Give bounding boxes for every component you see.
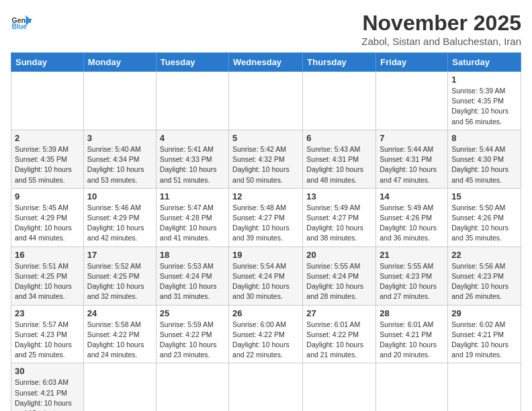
day-number: 16 — [15, 250, 80, 260]
month-title: November 2025 — [361, 11, 521, 36]
day-info: Sunrise: 5:55 AM Sunset: 4:24 PM Dayligh… — [306, 261, 372, 302]
calendar-cell — [229, 363, 303, 411]
calendar-cell: 9Sunrise: 5:45 AM Sunset: 4:29 PM Daylig… — [11, 188, 84, 246]
calendar-cell: 8Sunrise: 5:44 AM Sunset: 4:30 PM Daylig… — [448, 130, 521, 188]
svg-text:Blue: Blue — [12, 23, 28, 30]
day-info: Sunrise: 5:47 AM Sunset: 4:28 PM Dayligh… — [160, 203, 225, 244]
day-number: 11 — [160, 191, 225, 201]
calendar-cell: 7Sunrise: 5:44 AM Sunset: 4:31 PM Daylig… — [376, 130, 448, 188]
day-number: 3 — [87, 133, 152, 143]
day-number: 26 — [232, 308, 299, 318]
calendar-cell: 27Sunrise: 6:01 AM Sunset: 4:22 PM Dayli… — [303, 305, 376, 363]
day-info: Sunrise: 5:41 AM Sunset: 4:33 PM Dayligh… — [160, 144, 225, 185]
header-saturday: Saturday — [448, 53, 521, 72]
calendar-table: SundayMondayTuesdayWednesdayThursdayFrid… — [11, 52, 521, 411]
day-number: 29 — [451, 308, 517, 318]
calendar-cell — [156, 72, 228, 130]
calendar-cell — [376, 72, 448, 130]
calendar-cell: 29Sunrise: 6:02 AM Sunset: 4:21 PM Dayli… — [448, 305, 521, 363]
calendar-cell: 26Sunrise: 6:00 AM Sunset: 4:22 PM Dayli… — [229, 305, 303, 363]
day-number: 4 — [160, 133, 225, 143]
day-info: Sunrise: 5:48 AM Sunset: 4:27 PM Dayligh… — [232, 203, 299, 244]
calendar-cell — [11, 72, 84, 130]
day-info: Sunrise: 6:00 AM Sunset: 4:22 PM Dayligh… — [232, 320, 299, 361]
day-info: Sunrise: 6:03 AM Sunset: 4:21 PM Dayligh… — [15, 377, 80, 411]
day-info: Sunrise: 5:52 AM Sunset: 4:25 PM Dayligh… — [87, 261, 152, 302]
day-number: 10 — [87, 191, 152, 201]
day-info: Sunrise: 6:01 AM Sunset: 4:22 PM Dayligh… — [306, 320, 372, 361]
calendar-cell: 3Sunrise: 5:40 AM Sunset: 4:34 PM Daylig… — [83, 130, 156, 188]
calendar-cell — [83, 72, 156, 130]
day-number: 5 — [232, 133, 299, 143]
day-info: Sunrise: 5:49 AM Sunset: 4:27 PM Dayligh… — [306, 203, 372, 244]
title-section: November 2025 Zabol, Sistan and Baluches… — [361, 11, 521, 47]
day-info: Sunrise: 5:49 AM Sunset: 4:26 PM Dayligh… — [380, 203, 444, 244]
day-info: Sunrise: 5:58 AM Sunset: 4:22 PM Dayligh… — [87, 320, 152, 361]
day-number: 6 — [306, 133, 372, 143]
calendar-week-row: 16Sunrise: 5:51 AM Sunset: 4:25 PM Dayli… — [11, 246, 521, 305]
calendar-week-row: 9Sunrise: 5:45 AM Sunset: 4:29 PM Daylig… — [11, 188, 521, 246]
day-number: 13 — [306, 191, 372, 201]
calendar-header-row: SundayMondayTuesdayWednesdayThursdayFrid… — [11, 53, 521, 72]
calendar-cell — [448, 363, 521, 411]
day-number: 20 — [306, 250, 372, 260]
calendar-cell: 12Sunrise: 5:48 AM Sunset: 4:27 PM Dayli… — [229, 188, 303, 246]
logo-icon: General Blue — [11, 11, 32, 32]
day-number: 12 — [232, 191, 299, 201]
calendar-week-row: 2Sunrise: 5:39 AM Sunset: 4:35 PM Daylig… — [11, 130, 521, 188]
calendar-cell: 28Sunrise: 6:01 AM Sunset: 4:21 PM Dayli… — [376, 305, 448, 363]
day-number: 27 — [306, 308, 372, 318]
calendar-cell: 4Sunrise: 5:41 AM Sunset: 4:33 PM Daylig… — [156, 130, 228, 188]
calendar-cell: 19Sunrise: 5:54 AM Sunset: 4:24 PM Dayli… — [229, 246, 303, 305]
calendar-cell — [156, 363, 228, 411]
day-info: Sunrise: 5:44 AM Sunset: 4:30 PM Dayligh… — [451, 144, 517, 185]
day-number: 28 — [380, 308, 444, 318]
day-number: 14 — [380, 191, 444, 201]
calendar-cell: 2Sunrise: 5:39 AM Sunset: 4:35 PM Daylig… — [11, 130, 84, 188]
day-number: 15 — [451, 191, 517, 201]
calendar-cell: 30Sunrise: 6:03 AM Sunset: 4:21 PM Dayli… — [11, 363, 84, 411]
day-number: 19 — [232, 250, 299, 260]
day-info: Sunrise: 5:59 AM Sunset: 4:22 PM Dayligh… — [160, 320, 225, 361]
calendar-cell: 25Sunrise: 5:59 AM Sunset: 4:22 PM Dayli… — [156, 305, 228, 363]
day-info: Sunrise: 5:45 AM Sunset: 4:29 PM Dayligh… — [15, 203, 80, 244]
day-info: Sunrise: 6:01 AM Sunset: 4:21 PM Dayligh… — [380, 320, 444, 361]
day-number: 7 — [380, 133, 444, 143]
calendar-cell: 1Sunrise: 5:39 AM Sunset: 4:35 PM Daylig… — [448, 72, 521, 130]
calendar-cell: 11Sunrise: 5:47 AM Sunset: 4:28 PM Dayli… — [156, 188, 228, 246]
header-wednesday: Wednesday — [229, 53, 303, 72]
calendar-cell — [229, 72, 303, 130]
day-info: Sunrise: 5:51 AM Sunset: 4:25 PM Dayligh… — [15, 261, 80, 302]
calendar-week-row: 1Sunrise: 5:39 AM Sunset: 4:35 PM Daylig… — [11, 72, 521, 130]
calendar-cell — [376, 363, 448, 411]
day-info: Sunrise: 5:42 AM Sunset: 4:32 PM Dayligh… — [232, 144, 299, 185]
calendar-cell — [303, 72, 376, 130]
day-number: 8 — [451, 133, 517, 143]
calendar-cell: 24Sunrise: 5:58 AM Sunset: 4:22 PM Dayli… — [83, 305, 156, 363]
calendar-cell: 10Sunrise: 5:46 AM Sunset: 4:29 PM Dayli… — [83, 188, 156, 246]
day-number: 21 — [380, 250, 444, 260]
day-info: Sunrise: 5:39 AM Sunset: 4:35 PM Dayligh… — [451, 86, 517, 127]
day-number: 17 — [87, 250, 152, 260]
calendar-cell: 5Sunrise: 5:42 AM Sunset: 4:32 PM Daylig… — [229, 130, 303, 188]
day-info: Sunrise: 5:56 AM Sunset: 4:23 PM Dayligh… — [451, 261, 517, 302]
day-info: Sunrise: 6:02 AM Sunset: 4:21 PM Dayligh… — [451, 320, 517, 361]
calendar-cell: 14Sunrise: 5:49 AM Sunset: 4:26 PM Dayli… — [376, 188, 448, 246]
header-sunday: Sunday — [11, 53, 84, 72]
day-info: Sunrise: 5:43 AM Sunset: 4:31 PM Dayligh… — [306, 144, 372, 185]
calendar-week-row: 30Sunrise: 6:03 AM Sunset: 4:21 PM Dayli… — [11, 363, 521, 411]
calendar-cell: 22Sunrise: 5:56 AM Sunset: 4:23 PM Dayli… — [448, 246, 521, 305]
header-monday: Monday — [83, 53, 156, 72]
day-info: Sunrise: 5:57 AM Sunset: 4:23 PM Dayligh… — [15, 320, 80, 361]
header-friday: Friday — [376, 53, 448, 72]
calendar-cell: 15Sunrise: 5:50 AM Sunset: 4:26 PM Dayli… — [448, 188, 521, 246]
day-number: 22 — [451, 250, 517, 260]
day-info: Sunrise: 5:44 AM Sunset: 4:31 PM Dayligh… — [380, 144, 444, 185]
day-number: 1 — [451, 75, 517, 85]
day-info: Sunrise: 5:46 AM Sunset: 4:29 PM Dayligh… — [87, 203, 152, 244]
day-number: 24 — [87, 308, 152, 318]
day-number: 30 — [15, 366, 80, 376]
day-number: 9 — [15, 191, 80, 201]
day-info: Sunrise: 5:40 AM Sunset: 4:34 PM Dayligh… — [87, 144, 152, 185]
day-number: 2 — [15, 133, 80, 143]
